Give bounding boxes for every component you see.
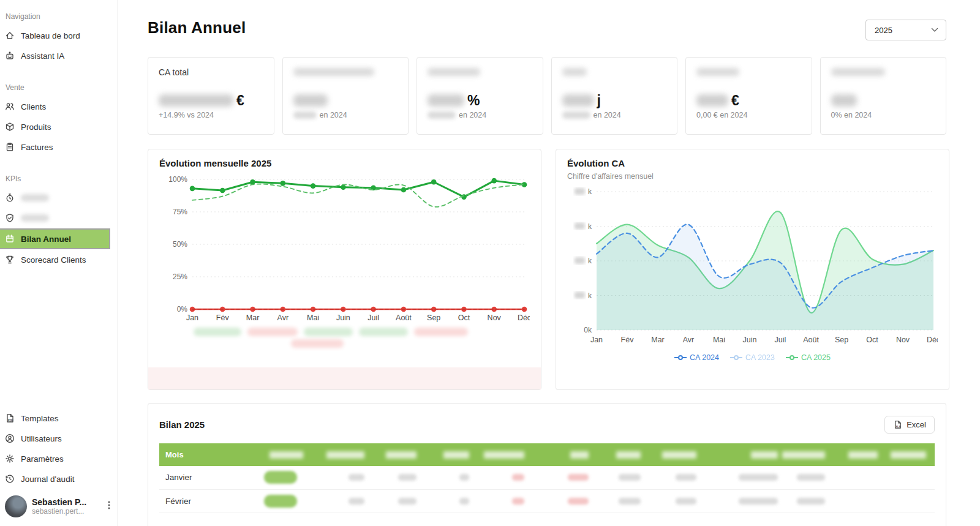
legend-label: CA 2024	[690, 353, 719, 362]
redacted-title	[696, 68, 739, 76]
legend-item-ca-2024[interactable]: CA 2024	[674, 353, 719, 362]
sidebar-item-produits[interactable]: Produits	[0, 117, 118, 137]
profile-text: Sebastien P... sebastien.pert...	[32, 497, 86, 516]
table-header-row: Mois	[159, 443, 935, 466]
svg-text:Nov: Nov	[896, 336, 910, 344]
svg-text:Août: Août	[396, 314, 412, 322]
chart-title: Évolution CA	[567, 158, 938, 168]
excel-export-button[interactable]: XLS Excel	[884, 416, 935, 434]
redacted-legend-item	[247, 328, 298, 336]
table-cell	[425, 466, 477, 489]
section-label-navigation: Navigation	[0, 4, 118, 26]
redacted-label	[21, 214, 49, 222]
sidebar-item-label: Scorecard Clients	[21, 255, 86, 265]
table-cell	[649, 466, 704, 489]
sidebar-item-factures[interactable]: Factures	[0, 137, 118, 157]
sidebar-item-label: Paramètres	[21, 454, 64, 464]
evolution-mensuelle-chart: 0%25%50%75%100%JanFévMarAvrMaiJuinJuilAo…	[159, 173, 530, 326]
sidebar-item-label: Clients	[21, 102, 46, 111]
year-select-value: 2025	[875, 26, 892, 35]
redacted-header	[443, 451, 469, 459]
sidebar: Navigation Tableau de bord Assistant IA …	[0, 0, 118, 526]
redacted-cell-value	[568, 474, 589, 481]
redacted-legend-item	[414, 328, 468, 336]
table-cell	[834, 466, 886, 489]
redacted-cell-value	[349, 474, 364, 481]
table-cell	[533, 466, 597, 489]
sidebar-item-label: Bilan Annuel	[21, 235, 71, 244]
redacted-cell-value	[349, 498, 364, 505]
svg-text:Sep: Sep	[835, 336, 848, 344]
svg-text:Mai: Mai	[307, 314, 319, 322]
kpi-card-redacted-6: 0% en 2024	[820, 57, 947, 135]
chart-subtitle: Chiffre d'affaires mensuel	[567, 172, 938, 181]
sidebar-item-parametres[interactable]: Paramètres	[0, 449, 118, 468]
table-cell	[786, 489, 834, 513]
sidebar-spacer	[0, 270, 118, 408]
pdf-file-icon: PDF	[5, 413, 15, 423]
chart-legend: CA 2024CA 2023CA 2025	[567, 347, 938, 368]
redacted-cell-value	[568, 498, 589, 505]
sidebar-item-bilan-annuel[interactable]: Bilan Annuel	[0, 228, 110, 249]
table-cell	[705, 466, 786, 489]
kpi-title	[428, 67, 532, 77]
year-select[interactable]: 2025	[865, 20, 946, 40]
redacted-badge	[264, 471, 297, 484]
redacted-cell-value	[619, 498, 641, 505]
column-header-redacted	[886, 443, 935, 466]
legend-item-ca-2025[interactable]: CA 2025	[786, 353, 831, 362]
redacted-title	[293, 68, 374, 76]
sidebar-item-templates[interactable]: PDF Templates	[0, 408, 118, 428]
svg-text:Sep: Sep	[427, 314, 440, 322]
app-root: Navigation Tableau de bord Assistant IA …	[0, 0, 980, 526]
kpi-cards-row: CA total € +14.9% vs 2024 en 2024 % en 2…	[148, 57, 946, 135]
sidebar-item-utilisateurs[interactable]: Utilisateurs	[0, 429, 118, 448]
svg-text:k: k	[588, 291, 592, 300]
kpi-subtitle: en 2024	[428, 111, 532, 119]
user-profile[interactable]: Sebastien P... sebastien.pert...	[0, 489, 118, 520]
sidebar-item-redacted-2[interactable]	[0, 208, 118, 228]
svg-text:k: k	[588, 222, 592, 231]
table-row: Février	[159, 489, 935, 513]
sidebar-item-clients[interactable]: Clients	[0, 97, 118, 116]
sidebar-item-tableau-de-bord[interactable]: Tableau de bord	[0, 26, 118, 45]
svg-text:Oct: Oct	[458, 314, 470, 322]
kpi-value	[293, 92, 398, 109]
svg-text:25%: 25%	[173, 272, 187, 281]
redacted-legend-item	[291, 339, 344, 348]
redacted-value	[159, 94, 233, 107]
sidebar-item-journal-audit[interactable]: Journal d'audit	[0, 469, 118, 489]
redacted-title	[428, 68, 480, 76]
redacted-value	[696, 94, 728, 107]
redacted-cell-value	[398, 498, 417, 505]
redacted-header	[270, 451, 303, 459]
chart-card-evolution-mensuelle: Évolution mensuelle 2025 0%25%50%75%100%…	[148, 149, 541, 390]
redacted-legend-item	[194, 328, 241, 336]
chart-card-evolution-ca: Évolution CA Chiffre d'affaires mensuel …	[556, 149, 949, 390]
legend-item-ca-2023[interactable]: CA 2023	[730, 353, 775, 362]
redacted-header	[386, 451, 417, 459]
svg-text:Fév: Fév	[216, 314, 230, 322]
svg-text:PDF: PDF	[8, 419, 13, 422]
profile-menu-button[interactable]	[105, 498, 113, 515]
kpi-value-suffix: €	[731, 92, 739, 109]
redacted-label	[21, 194, 49, 201]
sidebar-item-scorecard-clients[interactable]: Scorecard Clients	[0, 250, 118, 269]
chevron-down-icon	[931, 28, 938, 32]
sidebar-item-redacted-1[interactable]	[0, 188, 118, 208]
clipboard-icon	[5, 142, 15, 152]
history-icon	[5, 474, 15, 484]
redacted-title	[562, 68, 587, 76]
kpi-value-suffix: %	[467, 92, 480, 109]
legend-marker-icon	[730, 355, 742, 361]
svg-text:Déc: Déc	[927, 336, 938, 344]
trophy-icon	[5, 255, 15, 265]
xls-file-icon: XLS	[893, 420, 902, 429]
column-header-redacted	[478, 443, 533, 466]
chart-legend-redacted	[159, 328, 530, 348]
kpi-card-redacted-3: % en 2024	[417, 57, 543, 135]
kpi-subtitle: +14.9% vs 2024	[159, 111, 263, 119]
sidebar-item-assistant-ia[interactable]: Assistant IA	[0, 46, 118, 66]
redacted-cell-value	[512, 498, 524, 505]
kpi-card-ca-total: CA total € +14.9% vs 2024	[148, 57, 274, 135]
